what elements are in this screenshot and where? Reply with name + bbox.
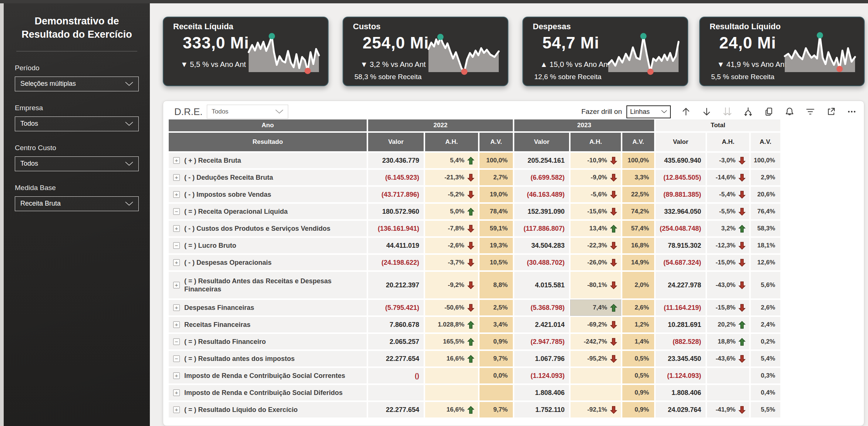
matrix-cell[interactable]: 0,9% <box>622 402 654 417</box>
matrix-cell[interactable]: -22,3% <box>571 238 621 253</box>
matrix-cell[interactable]: 10.281.691 <box>656 317 706 332</box>
matrix-row-label[interactable]: −( = ) Resultado Financeiro <box>169 334 367 349</box>
matrix-cell[interactable]: 5,4% <box>751 351 780 366</box>
expand-toggle[interactable]: + <box>173 372 180 379</box>
matrix-cell[interactable]: (6.699.582) <box>514 170 569 185</box>
column-header-ah[interactable]: A.H. <box>571 133 621 151</box>
matrix-filter-dropdown[interactable]: Todos <box>207 105 288 119</box>
matrix-cell[interactable] <box>480 385 513 400</box>
matrix-cell[interactable]: 16,6% <box>425 402 478 417</box>
more-options-button[interactable] <box>846 106 857 117</box>
matrix-cell[interactable]: 7.860.678 <box>368 317 424 332</box>
kpi-card-custos[interactable]: Custos 254,0 Mi ▼ 3,2 % vs Ano Ant 58,3 … <box>343 17 508 86</box>
expand-toggle[interactable]: + <box>173 157 180 164</box>
expand-toggle[interactable]: + <box>173 225 180 232</box>
matrix-cell[interactable] <box>571 368 621 383</box>
matrix-cell[interactable]: 1.028,8% <box>425 317 478 332</box>
matrix-cell[interactable]: -9,0% <box>571 170 621 185</box>
matrix-cell[interactable]: 152.391.090 <box>514 204 569 219</box>
matrix-cell[interactable]: -2,6% <box>425 238 478 253</box>
group-header-2023[interactable]: 2023 <box>514 119 654 131</box>
matrix-cell[interactable]: -3,0% <box>707 153 749 168</box>
matrix-cell[interactable]: (46.163.489) <box>514 187 569 202</box>
matrix-cell[interactable]: 5,6% <box>751 272 780 298</box>
column-header-av[interactable]: A.V. <box>751 133 780 151</box>
matrix-cell[interactable]: 8,8% <box>480 272 513 298</box>
matrix-cell[interactable]: 1,4% <box>622 334 654 349</box>
matrix-cell[interactable]: 1.808.406 <box>514 385 569 400</box>
matrix-cell[interactable]: 14,9% <box>622 255 654 270</box>
matrix-cell[interactable]: 205.254.161 <box>514 153 569 168</box>
matrix-cell[interactable]: -92,1% <box>571 402 621 417</box>
matrix-cell[interactable]: 34.504.283 <box>514 238 569 253</box>
column-header-av[interactable]: A.V. <box>622 133 654 151</box>
matrix-cell[interactable]: 5,0% <box>425 204 478 219</box>
matrix-cell[interactable]: -7,8% <box>425 221 478 236</box>
matrix-cell[interactable]: 9,7% <box>480 402 513 417</box>
matrix-cell[interactable]: (882.528) <box>656 334 706 349</box>
matrix-cell[interactable]: -15,8% <box>707 300 749 315</box>
matrix-row-label[interactable]: −( = ) Lucro Bruto <box>169 238 367 253</box>
matrix-cell[interactable]: 9,7% <box>480 351 513 366</box>
matrix-cell[interactable]: 3,4% <box>480 317 513 332</box>
matrix-cell[interactable]: (43.717.896) <box>368 187 424 202</box>
matrix-cell[interactable]: 0,5% <box>622 351 654 366</box>
matrix-cell[interactable]: 2,5% <box>480 300 513 315</box>
matrix-cell[interactable]: (30.488.702) <box>514 255 569 270</box>
matrix-cell[interactable]: (6.145.923) <box>368 170 424 185</box>
kpi-card-receita-liquida[interactable]: Receita Líquida 333,0 Mi ▼ 5,5 % vs Ano … <box>163 17 329 86</box>
matrix-cell[interactable]: -15,6% <box>571 204 621 219</box>
matrix-cell[interactable]: 2,0% <box>622 272 654 298</box>
matrix-cell[interactable]: 1.808.406 <box>656 385 706 400</box>
filter-button[interactable] <box>805 106 816 117</box>
matrix-cell[interactable]: 44.411.019 <box>368 238 424 253</box>
matrix-cell[interactable]: 22.277.654 <box>368 351 424 366</box>
matrix-cell[interactable]: () <box>368 368 424 383</box>
matrix-cell[interactable]: -95,2% <box>571 351 621 366</box>
kpi-card-resultado-liquido[interactable]: Resultado Líquido 24,0 Mi ▼ 41,9 % vs An… <box>699 17 865 86</box>
matrix-cell[interactable]: (24.198.622) <box>368 255 424 270</box>
matrix-cell[interactable]: 78.915.302 <box>656 238 706 253</box>
matrix-cell[interactable] <box>368 385 424 400</box>
matrix-cell[interactable]: -50,6% <box>425 300 478 315</box>
matrix-cell[interactable]: 19,0% <box>480 187 513 202</box>
matrix-cell[interactable] <box>425 368 478 383</box>
group-header-total[interactable]: Total <box>656 119 780 131</box>
matrix-row-label[interactable]: +Despesas Financeiras <box>169 300 367 315</box>
matrix-row-label[interactable]: +Receitas Financeiras <box>169 317 367 332</box>
matrix-row-label[interactable]: +( + ) Receita Bruta <box>169 153 367 168</box>
matrix-cell[interactable]: 100,0% <box>751 153 780 168</box>
matrix-row-label[interactable]: −( = ) Receita Operacional Líquida <box>169 204 367 219</box>
matrix-cell[interactable]: -69,2% <box>571 317 621 332</box>
matrix-row-label[interactable]: +( = ) Resultado Líquido do Exercício <box>169 402 367 417</box>
matrix-cell[interactable]: -5,5% <box>707 204 749 219</box>
matrix-cell[interactable]: -5,2% <box>425 187 478 202</box>
matrix-cell[interactable]: -12,3% <box>707 238 749 253</box>
matrix-cell[interactable]: 18,1% <box>751 238 780 253</box>
matrix-cell[interactable]: -3,7% <box>425 255 478 270</box>
drill-down-button[interactable] <box>701 106 712 117</box>
matrix-cell[interactable]: 0,0% <box>480 368 513 383</box>
matrix-cell[interactable]: (5.368.798) <box>514 300 569 315</box>
matrix-cell[interactable]: (5.795.421) <box>368 300 424 315</box>
centro-custo-dropdown[interactable]: Todos <box>15 156 139 171</box>
collapse-toggle[interactable]: − <box>173 208 180 215</box>
matrix-cell[interactable]: -43,6% <box>707 351 749 366</box>
matrix-cell[interactable]: 2,6% <box>751 300 780 315</box>
matrix-cell[interactable]: 2,9% <box>751 170 780 185</box>
matrix-cell[interactable]: 18,8% <box>707 334 749 349</box>
matrix-cell[interactable]: -43,0% <box>707 272 749 298</box>
column-header-valor[interactable]: Valor <box>514 133 569 151</box>
matrix-cell[interactable]: 3,2% <box>707 221 749 236</box>
column-header-ah[interactable]: A.H. <box>425 133 478 151</box>
expand-toggle[interactable]: + <box>173 259 180 266</box>
expand-toggle[interactable]: + <box>173 406 180 413</box>
matrix-cell[interactable]: 10,5% <box>480 255 513 270</box>
matrix-cell[interactable]: 332.964.050 <box>656 204 706 219</box>
matrix-cell[interactable]: (11.164.219) <box>656 300 706 315</box>
matrix-cell[interactable]: (136.161.941) <box>368 221 424 236</box>
matrix-cell[interactable]: 435.690.940 <box>656 153 706 168</box>
group-header-2022[interactable]: 2022 <box>368 119 513 131</box>
matrix-row-label[interactable]: +Imposto de Renda e Contribuição Social … <box>169 368 367 383</box>
medida-base-dropdown[interactable]: Receita Bruta <box>15 196 139 211</box>
